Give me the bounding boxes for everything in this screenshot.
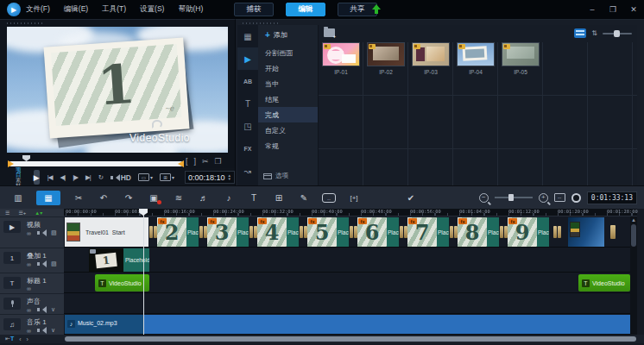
track-header[interactable]: 声音∞∨ <box>0 293 64 314</box>
speech-bubble-icon[interactable]: ‥ <box>322 193 336 203</box>
transition-icon[interactable] <box>199 217 207 247</box>
horizontal-scroll-thumb[interactable] <box>65 336 636 342</box>
template-thumbnail[interactable] <box>322 42 360 66</box>
sort-icon[interactable]: ⇅ <box>591 29 597 37</box>
video-clip-numbered[interactable]: fx8 <box>458 217 487 247</box>
track-expand-chevron-icon[interactable]: ∨ <box>51 327 55 334</box>
video-clip-numbered[interactable]: fx3 <box>207 217 237 247</box>
upload-arrow-icon[interactable] <box>371 4 382 15</box>
ripple-edit-icon[interactable]: ▲▾ <box>35 210 42 216</box>
transition-icon[interactable] <box>608 217 618 247</box>
overlay-track-lane[interactable]: 1 Placehold <box>64 248 637 273</box>
category-item[interactable]: 自定义 <box>258 122 318 138</box>
split-clip-button[interactable]: ✂ <box>202 157 209 166</box>
storyboard-view-icon[interactable]: ▥ <box>11 191 25 205</box>
ripple-link-icon[interactable]: ∞ <box>27 328 31 334</box>
transition-icon[interactable] <box>449 217 458 247</box>
menu-item-1[interactable]: 编辑(E) <box>64 4 88 15</box>
motion-tracking-icon[interactable]: [+] <box>347 191 361 205</box>
title-icon[interactable]: T <box>237 92 258 115</box>
play-button[interactable]: ▶ <box>34 170 40 185</box>
template-thumbnail[interactable] <box>457 42 495 66</box>
ripple-link-icon[interactable]: ∞ <box>27 307 31 313</box>
placeholder-segment[interactable]: Placehold <box>237 217 249 247</box>
menu-item-2[interactable]: 工具(T) <box>102 4 126 15</box>
timeline-zoom-slider[interactable] <box>495 197 533 198</box>
track-expand-chevron-icon[interactable]: ∨ <box>51 306 55 313</box>
options-button[interactable]: 选项 <box>263 172 288 180</box>
title-track-lane[interactable]: T VideoStudio T VideoStudio <box>64 273 637 293</box>
track-mute-icon[interactable] <box>37 229 45 236</box>
template-item[interactable]: IP-01 <box>319 42 363 75</box>
template-item[interactable]: IP-05 <box>498 42 543 75</box>
title-clip[interactable]: T VideoStudio <box>95 274 149 292</box>
template-item[interactable]: IP-03 <box>408 42 453 75</box>
mark-out-button[interactable]: ] <box>194 157 197 166</box>
music-clip[interactable]: ♪ Music_02.mp3 <box>65 315 635 334</box>
template-thumbnail[interactable] <box>367 42 405 66</box>
video-clip-numbered[interactable]: fx5 <box>307 217 337 247</box>
scrub-marker[interactable] <box>22 155 30 161</box>
add-folder-icon[interactable] <box>324 28 335 37</box>
title-clip[interactable]: T VideoStudio <box>578 274 630 292</box>
thumbnail-size-slider[interactable] <box>603 33 632 34</box>
go-start-button[interactable]: |◀ <box>47 173 53 181</box>
track-mute-icon[interactable] <box>37 260 45 267</box>
template-item[interactable]: IP-04 <box>453 42 498 75</box>
close-button[interactable]: ✕ <box>628 5 639 14</box>
transition-icon[interactable]: AB <box>237 70 258 92</box>
trim-end-handle[interactable] <box>178 160 184 167</box>
preview-timecode[interactable]: 0:00:18:10 ▲▼ <box>185 171 235 184</box>
track-mute-icon[interactable] <box>37 306 45 313</box>
transition-icon[interactable] <box>499 217 508 247</box>
scroll-to-playhead-icon[interactable]: ⇤T <box>5 336 14 342</box>
video-clip-numbered[interactable]: fx4 <box>257 217 287 247</box>
preview-screen[interactable]: 1 ~e VideoStudio <box>7 27 228 153</box>
add-category-button[interactable]: + 添加 <box>265 30 318 40</box>
category-item[interactable]: 分割画面 <box>258 45 318 60</box>
menu-item-4[interactable]: 帮助(H) <box>178 4 203 15</box>
ripple-link-icon[interactable]: ∞ <box>27 230 31 236</box>
track-header[interactable]: ♫音乐 1∞∨ <box>0 314 64 335</box>
vertical-scrollbar[interactable]: ▲ <box>630 216 637 342</box>
slider-knob[interactable] <box>508 194 514 201</box>
painting-creator-icon[interactable]: ✎ <box>297 191 311 205</box>
cut-clip-icon[interactable]: ✂ <box>72 191 85 205</box>
media-icon[interactable]: ▦ <box>237 25 258 47</box>
system-volume-icon[interactable] <box>110 174 113 181</box>
voice-over-icon[interactable]: ♪ <box>222 191 236 205</box>
placeholder-segment[interactable]: Placehold <box>337 217 349 247</box>
track-mute-icon[interactable] <box>37 327 45 334</box>
restore-button[interactable]: ❐ <box>608 5 618 14</box>
placeholder-segment[interactable]: Placehold <box>437 217 449 247</box>
video-clip-numbered[interactable]: fx9 <box>508 217 537 247</box>
playhead-line[interactable] <box>143 209 144 335</box>
mark-in-button[interactable]: [ <box>186 157 188 166</box>
ripple-link-icon[interactable]: ∞ <box>27 285 31 292</box>
screen-record-icon[interactable]: ▣ <box>147 191 161 205</box>
graphic-icon[interactable]: ◳ <box>237 115 258 137</box>
voice-track-lane[interactable] <box>64 293 637 314</box>
category-item[interactable]: 完成 <box>258 107 318 122</box>
category-item[interactable]: 开始 <box>258 60 318 76</box>
trim-bar[interactable] <box>9 161 183 166</box>
timecode-stepper[interactable]: ▲▼ <box>228 174 231 181</box>
minimize-button[interactable]: – <box>587 5 597 14</box>
undo-icon[interactable]: ↶ <box>97 191 110 205</box>
workspace-tab[interactable]: 捕获 <box>234 3 274 16</box>
category-item[interactable]: 常规 <box>258 138 318 154</box>
instant-project-icon[interactable]: ▶ <box>237 47 258 70</box>
filter-fx-icon[interactable]: FX <box>237 137 258 160</box>
scroll-right-icon[interactable]: › <box>27 336 28 342</box>
list-view-toggle-icon[interactable] <box>574 28 586 38</box>
video-track-lane[interactable]: Travel01_Startfx2Placeholdfx3Placeholdfx… <box>64 216 637 248</box>
placeholder-segment[interactable]: Placehold <box>537 217 549 247</box>
overlay-clip[interactable]: 1 Placehold <box>89 248 149 272</box>
transition-icon[interactable] <box>349 217 357 247</box>
prev-frame-button[interactable]: ◀| <box>60 173 65 181</box>
video-clip-end[interactable] <box>568 217 604 247</box>
track-header[interactable]: T标题 1∞ <box>0 273 64 293</box>
transition-icon[interactable] <box>299 217 307 247</box>
transition-icon[interactable] <box>148 217 157 247</box>
timeline-ruler[interactable]: 00:00:00:0000:00:08:0000:00:16:0000:00:2… <box>64 209 637 216</box>
